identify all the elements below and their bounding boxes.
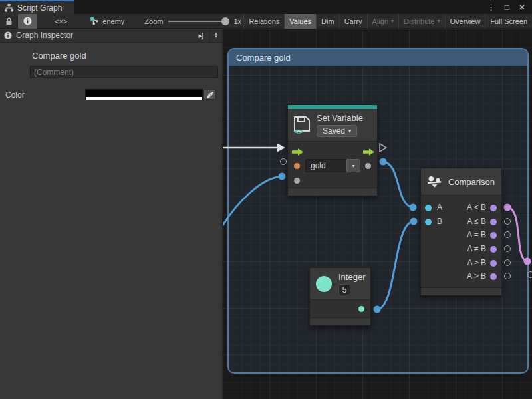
set-variable-header: <> Set Variable Saved ▾ xyxy=(288,109,377,142)
variable-kind-dropdown[interactable]: Saved ▾ xyxy=(317,125,357,137)
distribute-button[interactable]: Distribute▾ xyxy=(398,14,444,29)
chevron-down-icon: ▾ xyxy=(348,128,351,134)
svg-text:<>: <> xyxy=(294,127,303,135)
chevron-down-icon: ▾ xyxy=(352,163,354,169)
input-a-port[interactable] xyxy=(425,205,432,211)
zoom-label: Zoom xyxy=(144,17,163,25)
node-footer xyxy=(310,317,370,325)
graph-inspector-title: Graph Inspector xyxy=(16,31,73,40)
unconnected-port-indicator[interactable] xyxy=(504,259,511,266)
save-variable-icon: <> xyxy=(293,115,311,135)
unconnected-port-indicator[interactable] xyxy=(527,271,532,278)
output-label: A < B xyxy=(467,203,486,212)
edit-graph-button[interactable]: <×> xyxy=(49,14,72,29)
unconnected-port-indicator[interactable] xyxy=(280,158,287,165)
window-controls: ⋮ □ ✕ xyxy=(487,0,532,14)
overview-button[interactable]: Overview xyxy=(445,14,485,29)
node-set-variable[interactable]: <> Set Variable Saved ▾ xyxy=(287,104,378,196)
output-notequal-port[interactable] xyxy=(490,246,497,253)
color-swatch[interactable] xyxy=(86,90,202,100)
script-graph-asset-icon xyxy=(90,17,99,25)
node-footer xyxy=(288,188,377,196)
comparison-row: B A ≤ B xyxy=(421,215,501,229)
values-button[interactable]: Values xyxy=(284,14,316,29)
graph-reference-label: enemy xyxy=(102,17,124,25)
close-icon[interactable]: ✕ xyxy=(519,3,525,12)
zoom-control: Zoom 1x xyxy=(144,17,241,25)
output-less-port[interactable] xyxy=(490,205,497,211)
output-greater-port[interactable] xyxy=(490,273,497,280)
graph-toolbar: <×> enemy Zoom 1x Relations Values Dim C… xyxy=(0,14,532,29)
toolbar-buttons: Relations Values Dim Carry Align▾ Distri… xyxy=(243,14,532,29)
group-header[interactable]: Compare gold xyxy=(229,49,527,66)
eyedropper-icon xyxy=(206,91,214,99)
output-label: A > B xyxy=(467,271,486,281)
graph-inspector-body: Compare gold Color xyxy=(0,43,222,100)
comparison-row: A = B xyxy=(421,229,501,242)
variable-name-value[interactable]: gold xyxy=(305,159,346,172)
unconnected-port-indicator[interactable] xyxy=(504,273,511,279)
fullscreen-button[interactable]: Full Screen xyxy=(485,14,532,29)
integer-output-port[interactable] xyxy=(358,306,364,312)
variable-name-port[interactable] xyxy=(294,163,300,169)
node-title: Integer xyxy=(338,272,365,282)
unconnected-port-indicator[interactable] xyxy=(504,218,511,225)
node-integer[interactable]: Integer 5 xyxy=(309,267,371,326)
carry-button[interactable]: Carry xyxy=(339,14,367,29)
info-icon xyxy=(4,31,12,39)
panel-stepper[interactable]: ▲ ▼ xyxy=(209,29,218,43)
tab-title: Script Graph xyxy=(17,3,62,13)
output-label: A ≥ B xyxy=(467,258,486,267)
flow-input-port[interactable] xyxy=(292,148,303,156)
relations-button[interactable]: Relations xyxy=(243,14,284,29)
graph-reference[interactable]: enemy xyxy=(90,17,124,25)
color-field-row: Color xyxy=(0,90,222,100)
value-input-port[interactable] xyxy=(294,178,300,184)
window-menu-icon[interactable]: ⋮ xyxy=(487,3,495,12)
inspect-toggle-button[interactable] xyxy=(18,14,37,29)
zoom-value: 1x xyxy=(233,17,241,25)
group-title: Compare gold xyxy=(236,53,291,63)
variable-name-dropdown-button[interactable]: ▾ xyxy=(346,159,360,172)
node-comparison[interactable]: Comparison A A < B B A ≤ B A = B xyxy=(420,168,502,296)
eyedropper-button[interactable] xyxy=(203,90,216,100)
dim-button[interactable]: Dim xyxy=(316,14,339,29)
output-lessequal-port[interactable] xyxy=(490,219,497,225)
output-equal-port[interactable] xyxy=(490,232,497,239)
comparison-row: A ≠ B xyxy=(421,243,501,256)
comparison-row: A A < B xyxy=(421,201,501,215)
color-field-label: Color xyxy=(5,90,25,100)
output-label: A ≠ B xyxy=(467,244,486,253)
comparison-header: Comparison xyxy=(421,168,501,196)
unconnected-port-indicator[interactable] xyxy=(504,231,511,238)
output-label: A ≤ B xyxy=(467,217,486,226)
maximize-icon[interactable]: □ xyxy=(505,3,509,12)
integer-literal-icon xyxy=(316,276,332,292)
graph-inspector-header: Graph Inspector ▸] ▲ ▼ xyxy=(0,29,222,43)
node-title: Set Variable xyxy=(317,113,363,123)
tab-script-graph[interactable]: Script Graph xyxy=(0,0,74,14)
chevron-down-icon: ▾ xyxy=(438,18,440,24)
set-variable-body: gold ▾ xyxy=(288,142,377,192)
dock-panel-icon[interactable]: ▸] xyxy=(198,31,203,40)
node-footer xyxy=(421,287,501,295)
info-icon xyxy=(23,17,32,25)
flow-continue-indicator[interactable] xyxy=(379,143,387,152)
graph-canvas[interactable]: Compare gold xyxy=(223,29,532,399)
value-output-port[interactable] xyxy=(365,163,371,169)
lock-button[interactable] xyxy=(0,14,18,29)
integer-value-field[interactable]: 5 xyxy=(338,284,350,295)
input-b-port[interactable] xyxy=(425,219,432,225)
comparison-row: A > B xyxy=(421,270,501,283)
output-greaterequal-port[interactable] xyxy=(490,260,497,267)
comment-input[interactable] xyxy=(30,66,218,78)
flow-output-port[interactable] xyxy=(363,148,374,156)
zoom-slider[interactable] xyxy=(168,21,228,22)
step-down-icon[interactable]: ▼ xyxy=(214,35,218,39)
align-button[interactable]: Align▾ xyxy=(367,14,398,29)
graph-title: Compare gold xyxy=(32,51,222,61)
node-title: Comparison xyxy=(448,177,495,187)
zoom-slider-knob[interactable] xyxy=(221,17,229,25)
unconnected-port-indicator[interactable] xyxy=(504,245,511,252)
unity-script-graph-window: Script Graph ⋮ □ ✕ <×> xyxy=(0,0,532,399)
